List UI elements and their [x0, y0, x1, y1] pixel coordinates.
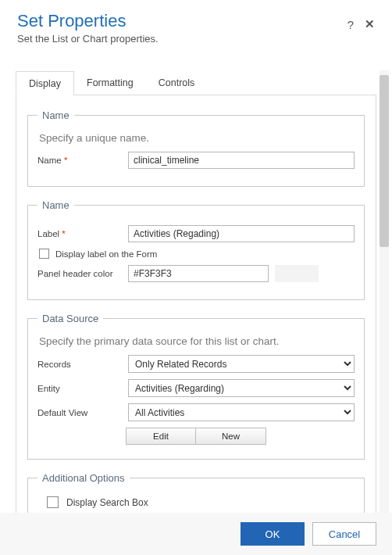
- fieldset-name: Name Specify a unique name. Name: [27, 109, 365, 187]
- entity-select[interactable]: Activities (Regarding): [128, 379, 355, 397]
- help-icon[interactable]: ?: [347, 18, 354, 31]
- entity-label: Entity: [37, 384, 128, 393]
- fieldset-additional-options: Additional Options Display Search Box Di…: [27, 472, 365, 513]
- footer: OK Cancel: [0, 513, 392, 555]
- name-input[interactable]: [128, 152, 355, 169]
- default-view-label: Default View: [37, 408, 128, 417]
- cancel-button[interactable]: Cancel: [312, 522, 376, 546]
- ok-button[interactable]: OK: [241, 522, 305, 546]
- tabs: Display Formatting Controls: [16, 70, 376, 95]
- default-view-select[interactable]: All Activities: [128, 403, 355, 421]
- new-button[interactable]: New: [196, 428, 266, 445]
- page-subtitle: Set the List or Chart properties.: [17, 33, 375, 45]
- tab-display[interactable]: Display: [16, 71, 74, 95]
- display-label-checkbox[interactable]: [39, 249, 49, 259]
- name-desc: Specify a unique name.: [39, 132, 355, 144]
- scrollbar[interactable]: [380, 70, 389, 513]
- content-scroll[interactable]: Display Formatting Controls Name Specify…: [16, 70, 376, 513]
- tab-controls[interactable]: Controls: [146, 71, 208, 95]
- panel-header-color-swatch[interactable]: [275, 265, 319, 282]
- records-label: Records: [37, 360, 128, 369]
- name-label: Name: [37, 156, 128, 165]
- panel-header-color-input[interactable]: [128, 265, 269, 282]
- panel-header-color-label: Panel header color: [37, 269, 128, 278]
- records-select[interactable]: Only Related Records: [128, 355, 355, 373]
- edit-button[interactable]: Edit: [126, 428, 196, 445]
- page-title: Set Properties: [17, 11, 375, 31]
- display-search-checkbox[interactable]: [47, 496, 59, 508]
- fieldset-ds-legend: Data Source: [37, 313, 103, 324]
- fieldset-name-legend: Name: [37, 109, 74, 121]
- display-search-text: Display Search Box: [66, 497, 148, 508]
- tab-formatting[interactable]: Formatting: [74, 71, 146, 95]
- fieldset-data-source: Data Source Specify the primary data sou…: [27, 313, 365, 460]
- fieldset-addl-legend: Additional Options: [37, 472, 130, 484]
- ds-desc: Specify the primary data source for this…: [39, 335, 355, 347]
- label-input[interactable]: [128, 225, 355, 242]
- fieldset-label-legend: Name: [37, 199, 74, 211]
- display-label-check-text: Display label on the Form: [55, 249, 157, 259]
- close-icon[interactable]: ✕: [365, 17, 375, 31]
- fieldset-label: Name Label Display label on the Form Pan…: [27, 199, 365, 300]
- scrollbar-thumb[interactable]: [380, 75, 389, 247]
- label-label: Label: [37, 229, 128, 238]
